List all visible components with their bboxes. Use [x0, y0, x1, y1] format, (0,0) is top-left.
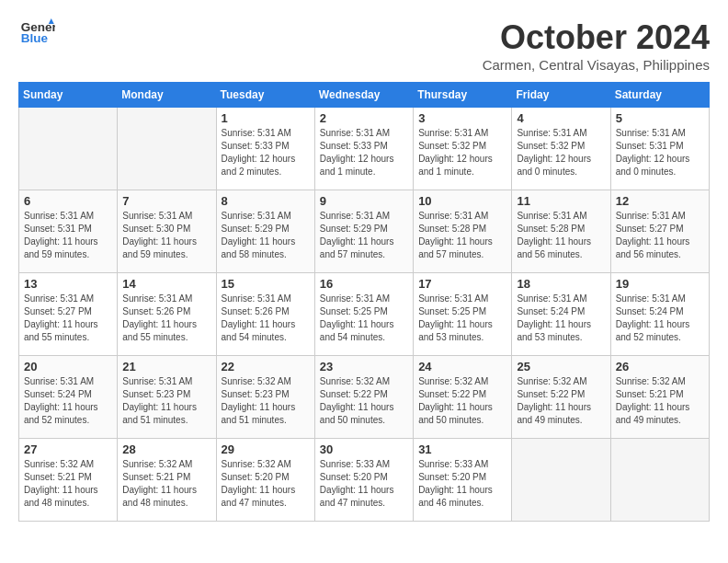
day-info: Sunrise: 5:32 AMSunset: 5:21 PMDaylight:… [616, 375, 704, 427]
location: Carmen, Central Visayas, Philippines [483, 57, 710, 73]
day-number: 25 [517, 360, 605, 373]
day-number: 6 [24, 194, 112, 208]
calendar-cell: 30Sunrise: 5:33 AMSunset: 5:20 PMDayligh… [314, 439, 413, 522]
calendar-header-row: SundayMondayTuesdayWednesdayThursdayFrid… [19, 83, 710, 108]
day-number: 11 [517, 194, 605, 208]
calendar-cell: 16Sunrise: 5:31 AMSunset: 5:25 PMDayligh… [314, 273, 413, 356]
calendar-cell: 12Sunrise: 5:31 AMSunset: 5:27 PMDayligh… [610, 190, 709, 273]
calendar-cell: 27Sunrise: 5:32 AMSunset: 5:21 PMDayligh… [19, 439, 118, 522]
day-number: 23 [320, 360, 408, 373]
calendar-cell: 5Sunrise: 5:31 AMSunset: 5:31 PMDaylight… [610, 108, 709, 190]
day-info: Sunrise: 5:31 AMSunset: 5:26 PMDaylight:… [122, 293, 210, 344]
day-info: Sunrise: 5:31 AMSunset: 5:33 PMDaylight:… [320, 127, 408, 178]
day-info: Sunrise: 5:31 AMSunset: 5:25 PMDaylight:… [320, 293, 408, 344]
weekday-header: Wednesday [314, 83, 413, 108]
day-number: 22 [222, 360, 310, 373]
calendar-cell [610, 439, 709, 522]
day-number: 5 [616, 111, 704, 125]
day-info: Sunrise: 5:31 AMSunset: 5:31 PMDaylight:… [24, 210, 112, 261]
calendar-cell: 4Sunrise: 5:31 AMSunset: 5:32 PMDaylight… [512, 108, 610, 190]
day-number: 14 [122, 277, 210, 291]
day-info: Sunrise: 5:32 AMSunset: 5:22 PMDaylight:… [418, 375, 506, 427]
day-number: 8 [222, 194, 310, 208]
weekday-header: Monday [118, 83, 216, 108]
day-number: 10 [418, 194, 506, 208]
day-info: Sunrise: 5:31 AMSunset: 5:33 PMDaylight:… [222, 127, 310, 178]
day-info: Sunrise: 5:31 AMSunset: 5:29 PMDaylight:… [222, 210, 310, 261]
calendar-cell: 25Sunrise: 5:32 AMSunset: 5:22 PMDayligh… [512, 356, 610, 439]
day-info: Sunrise: 5:31 AMSunset: 5:27 PMDaylight:… [24, 293, 112, 344]
logo: General Blue [18, 18, 55, 46]
weekday-header: Sunday [19, 83, 118, 108]
calendar-cell: 13Sunrise: 5:31 AMSunset: 5:27 PMDayligh… [19, 273, 118, 356]
day-number: 26 [616, 360, 704, 373]
calendar-week-row: 20Sunrise: 5:31 AMSunset: 5:24 PMDayligh… [19, 356, 710, 439]
calendar-cell: 21Sunrise: 5:31 AMSunset: 5:23 PMDayligh… [118, 356, 216, 439]
day-info: Sunrise: 5:31 AMSunset: 5:28 PMDaylight:… [418, 210, 506, 261]
page-header: General Blue October 2024 Carmen, Centra… [18, 18, 710, 73]
weekday-header: Tuesday [216, 83, 314, 108]
day-info: Sunrise: 5:31 AMSunset: 5:23 PMDaylight:… [122, 375, 210, 427]
calendar-body: 1Sunrise: 5:31 AMSunset: 5:33 PMDaylight… [19, 108, 710, 522]
day-info: Sunrise: 5:31 AMSunset: 5:29 PMDaylight:… [320, 210, 408, 261]
day-number: 1 [222, 111, 310, 125]
day-number: 13 [24, 277, 112, 291]
calendar-cell: 11Sunrise: 5:31 AMSunset: 5:28 PMDayligh… [512, 190, 610, 273]
calendar-cell: 10Sunrise: 5:31 AMSunset: 5:28 PMDayligh… [414, 190, 512, 273]
calendar-cell [118, 108, 216, 190]
day-number: 12 [616, 194, 704, 208]
calendar-cell: 7Sunrise: 5:31 AMSunset: 5:30 PMDaylight… [118, 190, 216, 273]
weekday-header: Saturday [610, 83, 709, 108]
day-number: 20 [24, 360, 112, 373]
calendar-week-row: 1Sunrise: 5:31 AMSunset: 5:33 PMDaylight… [19, 108, 710, 190]
calendar-cell: 26Sunrise: 5:32 AMSunset: 5:21 PMDayligh… [610, 356, 709, 439]
calendar-cell: 31Sunrise: 5:33 AMSunset: 5:20 PMDayligh… [414, 439, 512, 522]
day-info: Sunrise: 5:31 AMSunset: 5:24 PMDaylight:… [517, 293, 605, 344]
day-number: 9 [320, 194, 408, 208]
calendar-cell [19, 108, 118, 190]
calendar-cell: 29Sunrise: 5:32 AMSunset: 5:20 PMDayligh… [216, 439, 314, 522]
calendar-cell: 14Sunrise: 5:31 AMSunset: 5:26 PMDayligh… [118, 273, 216, 356]
day-info: Sunrise: 5:32 AMSunset: 5:20 PMDaylight:… [222, 458, 310, 510]
day-info: Sunrise: 5:32 AMSunset: 5:22 PMDaylight:… [517, 375, 605, 427]
day-number: 18 [517, 277, 605, 291]
day-info: Sunrise: 5:32 AMSunset: 5:22 PMDaylight:… [320, 375, 408, 427]
calendar-week-row: 13Sunrise: 5:31 AMSunset: 5:27 PMDayligh… [19, 273, 710, 356]
day-number: 19 [616, 277, 704, 291]
calendar-cell: 18Sunrise: 5:31 AMSunset: 5:24 PMDayligh… [512, 273, 610, 356]
weekday-header: Friday [512, 83, 610, 108]
day-number: 15 [222, 277, 310, 291]
day-info: Sunrise: 5:31 AMSunset: 5:31 PMDaylight:… [616, 127, 704, 178]
day-number: 31 [418, 442, 506, 456]
day-number: 30 [320, 442, 408, 456]
day-number: 28 [122, 442, 210, 456]
day-info: Sunrise: 5:31 AMSunset: 5:27 PMDaylight:… [616, 210, 704, 261]
day-info: Sunrise: 5:31 AMSunset: 5:26 PMDaylight:… [222, 293, 310, 344]
calendar-week-row: 6Sunrise: 5:31 AMSunset: 5:31 PMDaylight… [19, 190, 710, 273]
day-info: Sunrise: 5:31 AMSunset: 5:30 PMDaylight:… [122, 210, 210, 261]
calendar-cell: 20Sunrise: 5:31 AMSunset: 5:24 PMDayligh… [19, 356, 118, 439]
calendar-cell: 15Sunrise: 5:31 AMSunset: 5:26 PMDayligh… [216, 273, 314, 356]
day-info: Sunrise: 5:31 AMSunset: 5:32 PMDaylight:… [517, 127, 605, 178]
calendar-cell: 28Sunrise: 5:32 AMSunset: 5:21 PMDayligh… [118, 439, 216, 522]
calendar-cell: 2Sunrise: 5:31 AMSunset: 5:33 PMDaylight… [314, 108, 413, 190]
calendar-cell: 22Sunrise: 5:32 AMSunset: 5:23 PMDayligh… [216, 356, 314, 439]
day-number: 17 [418, 277, 506, 291]
weekday-header: Thursday [414, 83, 512, 108]
calendar-cell: 3Sunrise: 5:31 AMSunset: 5:32 PMDaylight… [414, 108, 512, 190]
day-number: 3 [418, 111, 506, 125]
calendar-table: SundayMondayTuesdayWednesdayThursdayFrid… [18, 82, 710, 522]
day-number: 24 [418, 360, 506, 373]
calendar-cell: 6Sunrise: 5:31 AMSunset: 5:31 PMDaylight… [19, 190, 118, 273]
calendar-cell: 17Sunrise: 5:31 AMSunset: 5:25 PMDayligh… [414, 273, 512, 356]
logo-icon: General Blue [18, 18, 55, 46]
day-info: Sunrise: 5:32 AMSunset: 5:21 PMDaylight:… [24, 458, 112, 510]
day-number: 7 [122, 194, 210, 208]
calendar-cell: 9Sunrise: 5:31 AMSunset: 5:29 PMDaylight… [314, 190, 413, 273]
day-number: 4 [517, 111, 605, 125]
day-number: 16 [320, 277, 408, 291]
day-info: Sunrise: 5:31 AMSunset: 5:25 PMDaylight:… [418, 293, 506, 344]
day-number: 21 [122, 360, 210, 373]
calendar-cell: 19Sunrise: 5:31 AMSunset: 5:24 PMDayligh… [610, 273, 709, 356]
month-title: October 2024 [483, 18, 710, 57]
